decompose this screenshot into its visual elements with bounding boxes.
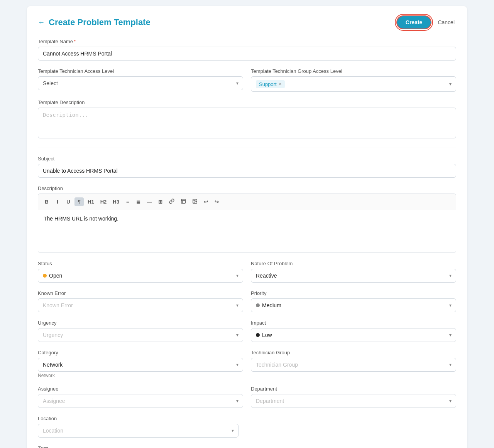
header: ← Create Problem Template Create Cancel bbox=[38, 15, 456, 29]
urgency-label: Urgency bbox=[38, 320, 243, 326]
category-tech-group-row: Category Network ▾ Network Technician Gr… bbox=[38, 350, 456, 378]
assignee-section: Assignee Assignee ▾ bbox=[38, 386, 243, 408]
bold-button[interactable]: B bbox=[42, 197, 51, 206]
priority-label: Priority bbox=[251, 290, 456, 296]
template-description-section: Template Description bbox=[38, 99, 456, 140]
category-select[interactable]: Network bbox=[38, 358, 243, 372]
department-select-wrapper: Department ▾ bbox=[251, 394, 456, 408]
editor-toolbar: B I U ¶ H1 H2 H3 ≡ ≣ — ⊞ bbox=[38, 194, 456, 210]
status-select-wrapper: Open ▾ bbox=[38, 269, 243, 283]
impact-section: Impact Low ▾ bbox=[251, 320, 456, 342]
category-select-wrapper: Network ▾ bbox=[38, 358, 243, 372]
assignee-select[interactable]: Assignee bbox=[38, 394, 243, 408]
ordered-list-button[interactable]: ≣ bbox=[134, 197, 143, 206]
cancel-button[interactable]: Cancel bbox=[436, 16, 456, 29]
template-description-input[interactable] bbox=[38, 108, 456, 138]
known-error-section: Known Error Known Error ▾ bbox=[38, 290, 243, 312]
impact-select[interactable]: Low bbox=[251, 328, 456, 342]
tag-remove-icon[interactable]: × bbox=[279, 81, 282, 87]
priority-medium-dot bbox=[256, 303, 260, 307]
h1-button[interactable]: H1 bbox=[85, 197, 96, 206]
tags-section: Tags + Add Tag bbox=[38, 445, 456, 448]
status-label: Status bbox=[38, 261, 243, 266]
impact-select-wrapper: Low ▾ bbox=[251, 328, 456, 342]
subject-section: Subject bbox=[38, 156, 456, 178]
redo-button[interactable]: ↪ bbox=[212, 197, 222, 206]
description-label: Description bbox=[38, 185, 456, 191]
status-nature-row: Status Open ▾ Nature Of Problem Reactive… bbox=[38, 261, 456, 283]
technician-group-section: Technician Group Technician Group ▾ bbox=[251, 350, 456, 378]
location-select[interactable]: Location bbox=[38, 424, 239, 438]
image-button[interactable] bbox=[190, 197, 200, 207]
svg-rect-0 bbox=[181, 199, 186, 204]
urgency-select-wrapper: Urgency ▾ bbox=[38, 328, 243, 342]
group-access-tag-field[interactable]: Support × bbox=[251, 76, 456, 92]
group-access-label: Template Technician Group Access Level bbox=[251, 68, 456, 74]
technician-access-select-wrapper: Select ▾ bbox=[38, 76, 243, 90]
description-content[interactable]: The HRMS URL is not working. bbox=[38, 210, 456, 253]
subject-label: Subject bbox=[38, 156, 456, 162]
urgency-select[interactable]: Urgency bbox=[38, 328, 243, 342]
hr-button[interactable]: — bbox=[145, 197, 154, 206]
impact-low-dot bbox=[256, 333, 260, 337]
h2-button[interactable]: H2 bbox=[98, 197, 109, 206]
access-level-row: Template Technician Access Level Select … bbox=[38, 68, 456, 92]
category-label: Category bbox=[38, 350, 243, 355]
priority-select[interactable]: Medium bbox=[251, 298, 456, 312]
back-arrow-icon[interactable]: ← bbox=[38, 19, 45, 27]
h3-button[interactable]: H3 bbox=[110, 197, 122, 206]
italic-button[interactable]: I bbox=[53, 197, 62, 206]
department-label: Department bbox=[251, 386, 456, 392]
required-star: * bbox=[74, 39, 76, 44]
template-name-label: Template Name* bbox=[38, 39, 456, 44]
assignee-label: Assignee bbox=[38, 386, 243, 392]
table-button[interactable]: ⊞ bbox=[156, 197, 165, 206]
tags-label: Tags bbox=[38, 445, 456, 448]
assignee-select-wrapper: Assignee ▾ bbox=[38, 394, 243, 408]
group-access-select-wrapper: Support × ▾ bbox=[251, 76, 456, 92]
page-title: Create Problem Template bbox=[49, 17, 151, 27]
status-section: Status Open ▾ bbox=[38, 261, 243, 283]
known-error-select[interactable]: Known Error bbox=[38, 298, 243, 312]
nature-select[interactable]: Reactive bbox=[251, 269, 456, 283]
location-section: Location Location ▾ bbox=[38, 416, 239, 438]
page-container: ← Create Problem Template Create Cancel … bbox=[27, 6, 467, 448]
nature-section: Nature Of Problem Reactive ▾ bbox=[251, 261, 456, 283]
status-select[interactable]: Open bbox=[38, 269, 243, 283]
description-editor: B I U ¶ H1 H2 H3 ≡ ≣ — ⊞ bbox=[38, 194, 456, 253]
priority-section: Priority Medium ▾ bbox=[251, 290, 456, 312]
divider bbox=[38, 148, 456, 148]
bullet-list-button[interactable]: ≡ bbox=[123, 197, 132, 206]
assignee-department-row: Assignee Assignee ▾ Department Departmen… bbox=[38, 386, 456, 408]
category-section: Category Network ▾ Network bbox=[38, 350, 243, 378]
create-button[interactable]: Create bbox=[396, 15, 432, 29]
technician-group-label: Technician Group bbox=[251, 350, 456, 355]
nature-label: Nature Of Problem bbox=[251, 261, 456, 266]
location-label: Location bbox=[38, 416, 239, 421]
underline-button[interactable]: U bbox=[64, 197, 73, 206]
department-select[interactable]: Department bbox=[251, 394, 456, 408]
undo-button[interactable]: ↩ bbox=[201, 197, 211, 206]
technician-access-label: Template Technician Access Level bbox=[38, 68, 243, 74]
header-actions: Create Cancel bbox=[396, 15, 456, 29]
department-section: Department Department ▾ bbox=[251, 386, 456, 408]
technician-group-select[interactable]: Technician Group bbox=[251, 358, 456, 372]
location-select-wrapper: Location ▾ bbox=[38, 424, 239, 438]
subject-input[interactable] bbox=[38, 164, 456, 178]
template-name-input[interactable] bbox=[38, 47, 456, 61]
embed-button[interactable] bbox=[178, 197, 188, 207]
technician-access-section: Template Technician Access Level Select … bbox=[38, 68, 243, 92]
template-description-label: Template Description bbox=[38, 99, 456, 105]
paragraph-button[interactable]: ¶ bbox=[74, 197, 84, 206]
priority-select-wrapper: Medium ▾ bbox=[251, 298, 456, 312]
technician-access-select[interactable]: Select bbox=[38, 76, 243, 90]
known-error-priority-row: Known Error Known Error ▾ Priority Mediu… bbox=[38, 290, 456, 312]
category-hint: Network bbox=[38, 373, 243, 378]
link-button[interactable] bbox=[167, 197, 177, 207]
urgency-impact-row: Urgency Urgency ▾ Impact Low ▾ bbox=[38, 320, 456, 342]
template-name-section: Template Name* bbox=[38, 39, 456, 61]
svg-point-2 bbox=[194, 200, 195, 201]
group-access-section: Template Technician Group Access Level S… bbox=[251, 68, 456, 92]
header-left: ← Create Problem Template bbox=[38, 17, 151, 27]
urgency-section: Urgency Urgency ▾ bbox=[38, 320, 243, 342]
